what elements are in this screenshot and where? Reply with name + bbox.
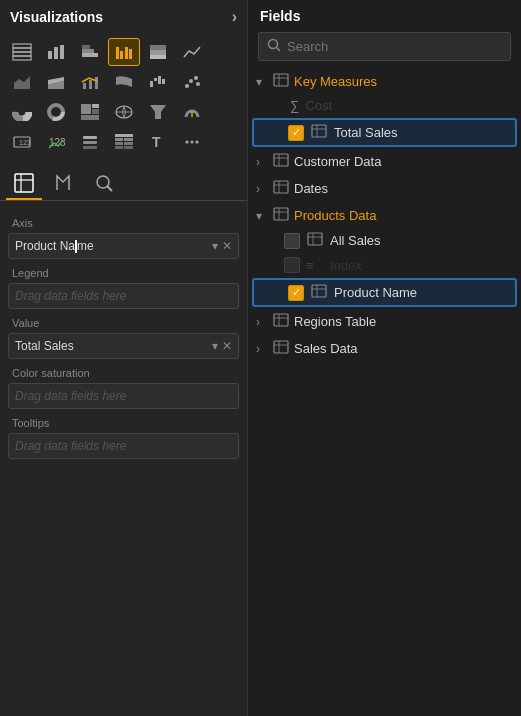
search-input[interactable] — [287, 39, 502, 54]
gauge-viz-icon[interactable] — [176, 98, 208, 126]
format-tab-button[interactable] — [46, 168, 82, 200]
axis-well-item[interactable]: Product Name ▾ ✕ — [9, 234, 238, 258]
bar-chart-viz-icon[interactable] — [40, 38, 72, 66]
svg-rect-10 — [116, 47, 119, 59]
stacked-bar-viz-icon[interactable] — [74, 38, 106, 66]
svg-rect-35 — [81, 104, 91, 114]
color-saturation-well[interactable]: Drag data fields here — [8, 383, 239, 409]
customer-data-header[interactable]: › Customer Data — [248, 149, 521, 174]
svg-rect-72 — [274, 154, 288, 166]
regions-table-group: › Regions Table — [248, 309, 521, 334]
svg-rect-50 — [124, 138, 133, 141]
axis-well[interactable]: Product Name ▾ ✕ — [8, 233, 239, 259]
svg-rect-90 — [274, 341, 288, 353]
dates-header[interactable]: › Dates — [248, 176, 521, 201]
svg-marker-41 — [150, 105, 166, 119]
matrix-viz-icon[interactable] — [108, 128, 140, 156]
tooltips-label: Tooltips — [8, 411, 239, 433]
value-dropdown-icon[interactable]: ▾ — [212, 339, 218, 353]
donut-viz-icon[interactable] — [40, 98, 72, 126]
dates-chevron: › — [256, 182, 268, 196]
cost-item-partial[interactable]: ∑ Cost — [248, 94, 521, 117]
svg-rect-25 — [158, 76, 161, 84]
svg-rect-13 — [129, 49, 132, 59]
analytics-tab-button[interactable] — [86, 168, 122, 200]
value-well[interactable]: Total Sales ▾ ✕ — [8, 333, 239, 359]
all-sales-item[interactable]: All Sales — [248, 228, 521, 253]
card-viz-icon[interactable]: 123 — [6, 128, 38, 156]
svg-line-65 — [277, 48, 281, 52]
svg-point-56 — [186, 141, 189, 144]
clustered-bar-viz-icon[interactable] — [108, 38, 140, 66]
index-label: Index — [330, 258, 362, 273]
pie-viz-icon[interactable] — [6, 98, 38, 126]
more-viz-icon[interactable] — [176, 128, 208, 156]
table-viz-icon[interactable] — [6, 38, 38, 66]
fields-tab-button[interactable] — [6, 168, 42, 200]
tooltips-placeholder: Drag data fields here — [9, 434, 238, 458]
total-sales-highlighted-row[interactable]: ✓ Total Sales — [252, 118, 517, 147]
total-sales-checkbox[interactable]: ✓ — [288, 125, 304, 141]
legend-well[interactable]: Drag data fields here — [8, 283, 239, 309]
fields-panel-title: Fields — [248, 0, 521, 32]
value-field-name: Total Sales — [15, 339, 212, 353]
svg-rect-12 — [125, 47, 128, 59]
svg-rect-16 — [150, 55, 166, 59]
total-sales-label: Total Sales — [334, 125, 398, 140]
value-remove-icon[interactable]: ✕ — [222, 339, 232, 353]
svg-rect-20 — [83, 83, 86, 89]
products-data-group: ▾ Products Data All Sales ≡ Index — [248, 203, 521, 307]
all-sales-checkbox[interactable] — [284, 233, 300, 249]
sales-data-header[interactable]: › Sales Data — [248, 336, 521, 361]
products-data-chevron: ▾ — [256, 209, 268, 223]
svg-rect-48 — [115, 134, 133, 137]
value-well-item[interactable]: Total Sales ▾ ✕ — [9, 334, 238, 358]
axis-remove-icon[interactable]: ✕ — [222, 239, 232, 253]
index-item-partial[interactable]: ≡ Index — [248, 253, 521, 277]
axis-dropdown-icon[interactable]: ▾ — [212, 239, 218, 253]
line-column-viz-icon[interactable] — [74, 68, 106, 96]
kpi-viz-icon[interactable]: 123 — [40, 128, 72, 156]
stacked-area-viz-icon[interactable] — [40, 68, 72, 96]
regions-table-header[interactable]: › Regions Table — [248, 309, 521, 334]
key-measures-icon — [272, 73, 290, 90]
line-chart-viz-icon[interactable] — [176, 38, 208, 66]
area-chart-viz-icon[interactable] — [6, 68, 38, 96]
products-data-header[interactable]: ▾ Products Data — [248, 203, 521, 228]
waterfall-viz-icon[interactable] — [142, 68, 174, 96]
key-measures-header[interactable]: ▾ Key Measures — [248, 69, 521, 94]
100pct-bar-viz-icon[interactable] — [142, 38, 174, 66]
scatter-viz-icon[interactable] — [176, 68, 208, 96]
product-name-highlighted-row[interactable]: ✓ Product Name — [252, 278, 517, 307]
svg-rect-75 — [274, 181, 288, 193]
viz-icons-grid: 123 123 T — [0, 34, 247, 162]
treemap-viz-icon[interactable] — [74, 98, 106, 126]
svg-rect-4 — [48, 51, 52, 59]
svg-rect-15 — [150, 50, 166, 55]
svg-rect-23 — [150, 81, 153, 87]
svg-rect-38 — [81, 115, 99, 120]
dates-group: › Dates — [248, 176, 521, 201]
fields-tree: ▾ Key Measures ∑ Cost ✓ Total Sales — [248, 69, 521, 716]
svg-rect-47 — [83, 146, 97, 149]
index-checkbox[interactable] — [284, 257, 300, 273]
sales-data-label: Sales Data — [294, 341, 511, 356]
svg-rect-8 — [82, 49, 94, 53]
dates-icon — [272, 180, 290, 197]
svg-point-28 — [189, 79, 193, 83]
search-box[interactable] — [258, 32, 511, 61]
total-sales-icon — [310, 124, 328, 141]
search-icon — [267, 38, 281, 55]
svg-rect-84 — [312, 285, 326, 297]
svg-rect-22 — [95, 77, 98, 89]
map-viz-icon[interactable] — [108, 98, 140, 126]
slicer-viz-icon[interactable] — [74, 128, 106, 156]
text-viz-icon[interactable]: T — [142, 128, 174, 156]
tooltips-well[interactable]: Drag data fields here — [8, 433, 239, 459]
product-name-checkbox[interactable]: ✓ — [288, 285, 304, 301]
panel-expand-chevron[interactable]: › — [232, 8, 237, 26]
svg-marker-17 — [14, 76, 30, 89]
ribbon-viz-icon[interactable] — [108, 68, 140, 96]
svg-point-57 — [191, 141, 194, 144]
funnel-viz-icon[interactable] — [142, 98, 174, 126]
